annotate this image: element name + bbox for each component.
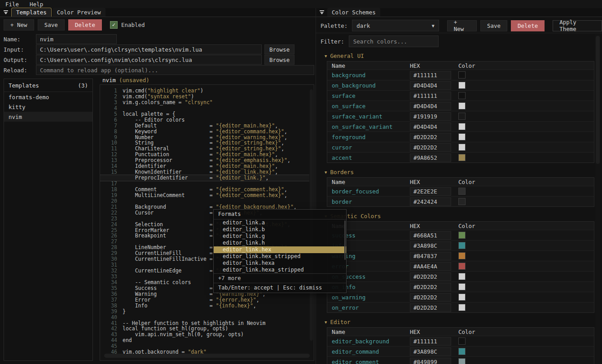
color-swatch[interactable] bbox=[458, 283, 466, 290]
code-line[interactable]: 39} bbox=[100, 309, 309, 315]
reload-command-input[interactable]: Command to reload app (optional)... bbox=[36, 65, 314, 75]
delete-template-button[interactable]: Delete bbox=[68, 19, 102, 31]
tab-color-preview[interactable]: Color Preview bbox=[53, 8, 105, 17]
color-row-error[interactable]: error#AA4E4A bbox=[327, 261, 594, 271]
color-row-accent[interactable]: accent#9A8652 bbox=[327, 152, 594, 162]
color-swatch[interactable] bbox=[458, 358, 466, 364]
color-swatch[interactable] bbox=[458, 348, 466, 355]
right-scrollbar-thumb[interactable] bbox=[596, 36, 600, 164]
collapse-panel-icon[interactable] bbox=[320, 10, 324, 14]
popup-item-editor_link.hex_stripped[interactable]: editor_link.hex_stripped bbox=[214, 253, 346, 260]
template-item-formats-demo[interactable]: formats-demo bbox=[4, 92, 92, 102]
popup-item-editor_link.h[interactable]: editor_link.h bbox=[214, 240, 346, 246]
color-row-editor_comment[interactable]: editor_comment#849899 bbox=[327, 356, 594, 364]
hex-value-input[interactable]: #AA4E4A bbox=[410, 262, 451, 271]
popup-item-editor_link.b[interactable]: editor_link.b bbox=[214, 226, 346, 233]
color-row-warning[interactable]: warning#B47837 bbox=[327, 250, 594, 261]
color-swatch[interactable] bbox=[458, 242, 466, 249]
color-row-editor_command[interactable]: editor_command#3A898C bbox=[327, 346, 594, 356]
color-swatch[interactable] bbox=[458, 123, 466, 130]
color-row-background[interactable]: background#111111 bbox=[327, 70, 594, 80]
color-swatch[interactable] bbox=[458, 188, 466, 195]
input-browse-button[interactable]: Browse bbox=[264, 44, 294, 54]
tab-color-schemes[interactable]: Color Schemes bbox=[327, 8, 380, 17]
hex-value-input[interactable]: #111111 bbox=[410, 71, 451, 79]
output-browse-button[interactable]: Browse bbox=[264, 55, 294, 65]
color-row-surface_variant[interactable]: surface_variant#191919 bbox=[327, 111, 594, 121]
color-row-border[interactable]: border#242424 bbox=[327, 196, 594, 206]
color-swatch[interactable] bbox=[458, 82, 466, 89]
section-header[interactable]: ▼Editor bbox=[317, 317, 595, 327]
popup-item-editor_link.g[interactable]: editor_link.g bbox=[214, 233, 346, 240]
collapse-panel-icon[interactable] bbox=[4, 10, 8, 14]
hex-value-input[interactable]: #D2D2D2 bbox=[410, 272, 451, 281]
color-swatch[interactable] bbox=[458, 198, 466, 205]
popup-item-editor_link.hex[interactable]: editor_link.hex bbox=[214, 246, 346, 253]
hex-value-input[interactable]: #668A51 bbox=[410, 231, 451, 240]
hex-value-input[interactable]: #111111 bbox=[410, 92, 451, 100]
color-row-on_warning[interactable]: on_warning#D2D2D2 bbox=[327, 292, 594, 302]
popup-scrollbar[interactable] bbox=[344, 220, 346, 260]
palette-select[interactable]: dark ▼ bbox=[352, 20, 439, 31]
menu-file[interactable]: File bbox=[5, 1, 19, 8]
code-line[interactable]: 38 Info = "{info.hex}", bbox=[100, 303, 309, 309]
hex-value-input[interactable]: #D2D2D2 bbox=[410, 143, 451, 152]
hex-value-input[interactable]: #2E2E2E bbox=[410, 187, 451, 196]
color-row-cursor[interactable]: cursor#D2D2D2 bbox=[327, 142, 594, 152]
new-palette-button[interactable]: + New bbox=[447, 20, 477, 31]
delete-palette-button[interactable]: Delete bbox=[511, 20, 545, 31]
hex-value-input[interactable]: #D4D4D4 bbox=[410, 123, 451, 131]
color-swatch[interactable] bbox=[458, 144, 466, 151]
color-row-foreground[interactable]: foreground#D2D2D2 bbox=[327, 132, 594, 142]
color-swatch[interactable] bbox=[458, 113, 466, 120]
popup-more-indicator[interactable]: +7 more bbox=[214, 273, 346, 283]
color-row-on_surface[interactable]: on_surface#D4D4D4 bbox=[327, 101, 594, 111]
save-template-button[interactable]: Save bbox=[38, 19, 65, 31]
hex-value-input[interactable]: #3A898C bbox=[410, 347, 451, 356]
new-template-button[interactable]: + New bbox=[4, 19, 34, 31]
section-header[interactable]: ▼Semantic Colors bbox=[317, 211, 595, 221]
hex-value-input[interactable]: #D4D4D4 bbox=[410, 102, 451, 110]
popup-item-editor_link.a[interactable]: editor_link.a bbox=[214, 219, 346, 226]
color-swatch[interactable] bbox=[458, 154, 466, 161]
save-palette-button[interactable]: Save bbox=[480, 20, 507, 31]
code-line[interactable]: 19 MultiLineComment = "{editor_comment.h… bbox=[100, 193, 309, 198]
color-row-surface[interactable]: surface#111111 bbox=[327, 90, 594, 101]
hex-value-input[interactable]: #242424 bbox=[410, 197, 451, 206]
color-row-border_focused[interactable]: border_focused#2E2E2E bbox=[327, 186, 594, 196]
code-line[interactable]: PreprocIdentifier = "{editor_link.}", bbox=[100, 175, 309, 181]
hex-value-input[interactable]: #191919 bbox=[410, 112, 451, 121]
hex-value-input[interactable]: #111111 bbox=[410, 337, 451, 346]
color-row-info[interactable]: info#3A898C bbox=[327, 240, 594, 250]
input-path-input[interactable]: C:\Users\user\.config\clrsync\templates\… bbox=[36, 44, 262, 54]
color-swatch[interactable] bbox=[458, 92, 466, 99]
editor-horizontal-scrollbar[interactable] bbox=[104, 354, 310, 358]
color-swatch[interactable] bbox=[458, 133, 466, 140]
name-input[interactable]: nvim bbox=[36, 34, 117, 44]
apply-theme-button[interactable]: Apply Theme bbox=[553, 20, 602, 31]
hex-value-input[interactable]: #D2D2D2 bbox=[410, 303, 451, 312]
color-swatch[interactable] bbox=[458, 273, 466, 280]
color-row-on_error[interactable]: on_error#D2D2D2 bbox=[327, 302, 594, 312]
code-line[interactable]: 44end bbox=[100, 338, 309, 343]
popup-item-editor_link.hexa_stripped[interactable]: editor_link.hexa_stripped bbox=[214, 267, 346, 273]
hex-value-input[interactable]: #3A898C bbox=[410, 241, 451, 250]
color-swatch[interactable] bbox=[458, 71, 466, 79]
hex-value-input[interactable]: #D2D2D2 bbox=[410, 283, 451, 291]
color-row-on_success[interactable]: on_success#D2D2D2 bbox=[327, 271, 594, 281]
panel-splitter[interactable] bbox=[316, 8, 316, 364]
color-swatch[interactable] bbox=[458, 232, 466, 239]
section-header[interactable]: ▼Borders bbox=[317, 167, 595, 177]
color-swatch[interactable] bbox=[458, 252, 466, 259]
color-row-on_surface_variant[interactable]: on_surface_variant#D4D4D4 bbox=[327, 121, 594, 132]
hex-value-input[interactable]: #D2D2D2 bbox=[410, 133, 451, 141]
color-row-on_info[interactable]: on_info#D2D2D2 bbox=[327, 281, 594, 292]
template-item-nvim[interactable]: nvim bbox=[4, 112, 92, 122]
hex-value-input[interactable]: #9A8652 bbox=[410, 153, 451, 162]
color-row-on_background[interactable]: on_background#D4D4D4 bbox=[327, 80, 594, 90]
output-path-input[interactable]: C:\Users\user\.config\nvim\colors\clrsyn… bbox=[36, 55, 262, 65]
hex-value-input[interactable]: #B47837 bbox=[410, 252, 451, 260]
popup-item-editor_link.hexa[interactable]: editor_link.hexa bbox=[214, 260, 346, 267]
hex-value-input[interactable]: #D2D2D2 bbox=[410, 293, 451, 302]
template-item-kitty[interactable]: kitty bbox=[4, 102, 92, 112]
